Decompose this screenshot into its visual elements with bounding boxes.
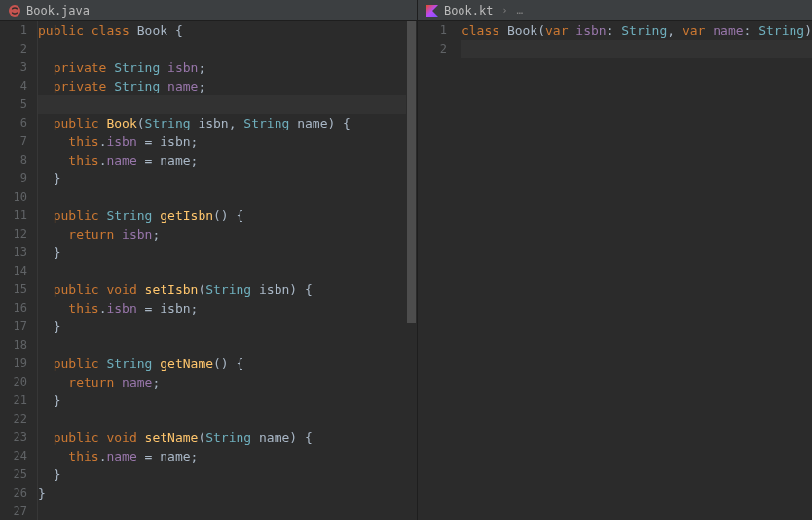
line-number[interactable]: 2 [6,40,27,58]
line-number[interactable]: 20 [6,373,27,391]
scrollbar-track[interactable] [406,21,417,520]
line-number[interactable]: 23 [6,428,27,447]
code-line[interactable]: } [37,465,417,484]
code-line[interactable]: class Book(var isbn: String, var name: S… [461,21,812,40]
code-line[interactable]: public class Book { [37,21,417,40]
line-number[interactable]: 2 [424,40,447,58]
breadcrumb-more[interactable]: … [517,4,524,17]
code-line[interactable]: private String name; [37,77,417,95]
line-number[interactable]: 25 [6,465,27,484]
code-area-right[interactable]: class Book(var isbn: String, var name: S… [461,21,812,520]
line-number[interactable]: 14 [6,262,27,280]
editor-pane-right: Book.kt › … 12 class Book(var isbn: Stri… [418,0,812,520]
line-number[interactable]: 5 [6,95,27,114]
code-line[interactable] [461,40,812,58]
line-number[interactable]: 4 [6,77,27,95]
code-line[interactable]: return isbn; [37,225,417,243]
gutter-left[interactable]: 1234567891011121314151617181920212223242… [0,21,37,520]
line-number[interactable]: 18 [6,336,27,354]
code-line[interactable] [37,188,417,206]
editor-left[interactable]: 1234567891011121314151617181920212223242… [0,21,417,520]
code-line[interactable]: } [37,169,417,188]
code-line[interactable]: public String getIsbn() { [37,206,417,225]
code-line[interactable] [37,502,417,520]
line-number[interactable]: 26 [6,484,27,502]
line-number[interactable]: 8 [6,151,27,169]
line-number[interactable]: 22 [6,410,27,428]
code-line[interactable]: return name; [37,373,417,391]
line-number[interactable]: 11 [6,206,27,225]
tab-filename: Book.java [26,4,90,18]
line-number[interactable]: 3 [6,58,27,77]
code-line[interactable]: this.isbn = isbn; [37,132,417,151]
tab-bar-right: Book.kt › … [418,0,812,21]
line-number[interactable]: 6 [6,114,27,132]
java-class-icon [8,4,21,18]
code-line[interactable]: private String isbn; [37,58,417,77]
code-line[interactable]: this.name = name; [37,151,417,169]
code-line[interactable]: this.name = name; [37,447,417,465]
code-line[interactable] [37,336,417,354]
editor-pane-left: Book.java 123456789101112131415161718192… [0,0,418,520]
tab-bar-left: Book.java [0,0,417,21]
line-number[interactable]: 12 [6,225,27,243]
tab-java-file[interactable]: Book.java [8,4,90,18]
line-number[interactable]: 27 [6,502,27,520]
scrollbar-thumb[interactable] [407,21,416,323]
line-number[interactable]: 1 [6,21,27,40]
code-line[interactable]: this.isbn = isbn; [37,299,417,317]
line-number[interactable]: 24 [6,447,27,465]
code-line[interactable]: public String getName() { [37,354,417,373]
code-line[interactable] [37,262,417,280]
svg-point-0 [9,5,20,17]
line-number[interactable]: 21 [6,391,27,410]
code-line[interactable]: } [37,391,417,410]
editor-right[interactable]: 12 class Book(var isbn: String, var name… [418,21,812,520]
kotlin-file-icon [425,4,439,18]
code-line[interactable]: public Book(String isbn, String name) { [37,114,417,132]
line-number[interactable]: 7 [6,132,27,151]
gutter-right[interactable]: 12 [418,21,461,520]
line-number[interactable]: 9 [6,169,27,188]
code-area-left[interactable]: public class Book { private String isbn;… [37,21,417,520]
line-number[interactable]: 16 [6,299,27,317]
line-number[interactable]: 17 [6,317,27,336]
line-number[interactable]: 15 [6,280,27,299]
chevron-right-icon: › [501,5,507,16]
line-number[interactable]: 10 [6,188,27,206]
code-line[interactable]: public void setIsbn(String isbn) { [37,280,417,299]
tab-filename: Book.kt [444,4,494,18]
code-line[interactable]: } [37,317,417,336]
code-line[interactable]: public void setName(String name) { [37,428,417,447]
code-line[interactable] [37,95,417,114]
line-number[interactable]: 19 [6,354,27,373]
code-line[interactable]: } [37,243,417,262]
code-line[interactable] [37,410,417,428]
tab-kotlin-file[interactable]: Book.kt › … [425,4,523,18]
code-line[interactable] [37,40,417,58]
line-number[interactable]: 1 [424,21,447,40]
line-number[interactable]: 13 [6,243,27,262]
code-line[interactable]: } [37,484,417,502]
